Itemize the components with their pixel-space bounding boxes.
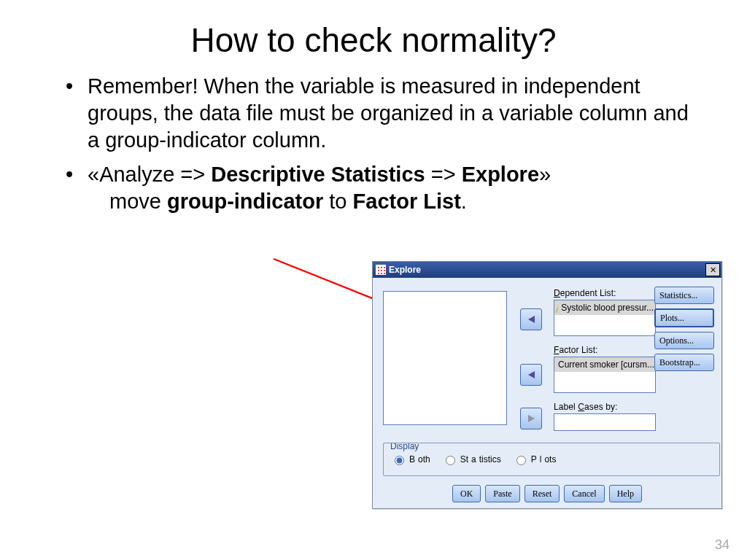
text: ootstrap... xyxy=(665,357,700,368)
text: oth xyxy=(418,454,430,464)
text: St xyxy=(460,454,468,464)
page-number: 34 xyxy=(715,537,729,553)
arrow-left-icon xyxy=(528,371,535,378)
arrow-left-icon xyxy=(528,316,535,323)
dialog-titlebar[interactable]: Explore ✕ xyxy=(373,262,721,278)
list-item-label: Systolic blood pressur... xyxy=(561,303,654,313)
text: tistics xyxy=(479,454,501,464)
u: P xyxy=(493,489,498,499)
text: eset xyxy=(538,489,552,499)
text-bold: group-indicator xyxy=(167,190,323,213)
text-bold: Descriptive Statistics xyxy=(211,163,425,186)
u: B xyxy=(659,357,665,368)
move-to-factor-button[interactable] xyxy=(520,364,542,386)
help-button[interactable]: Help xyxy=(609,485,642,502)
cancel-button[interactable]: Cancel xyxy=(564,485,604,502)
text: aste xyxy=(498,489,512,499)
close-button[interactable]: ✕ xyxy=(705,263,720,276)
move-to-dependent-button[interactable] xyxy=(520,308,542,330)
text-bold: Factor List xyxy=(353,190,461,213)
text: Plo xyxy=(660,313,672,324)
display-group: Both Statistics Plots xyxy=(383,443,720,476)
bullet-2-line2: move group-indicator to Factor List. xyxy=(88,188,703,215)
display-plots-radio[interactable]: Plots xyxy=(513,454,557,465)
label-cases-list[interactable] xyxy=(554,413,656,431)
factor-list[interactable]: Current smoker [cursm... xyxy=(554,357,656,393)
explore-dialog: Explore ✕ Dependent List: Systolic blood… xyxy=(372,261,722,509)
u: a xyxy=(471,454,476,464)
dependent-list-label: Dependent List: xyxy=(554,288,654,298)
label-cases-label: Label Cases by: xyxy=(554,402,654,412)
text: to xyxy=(323,190,352,213)
paste-button[interactable]: Paste xyxy=(485,485,519,502)
text: Label xyxy=(554,402,578,412)
list-item[interactable]: Systolic blood pressur... xyxy=(554,300,655,315)
list-item[interactable]: Current smoker [cursm... xyxy=(554,357,655,372)
text: s... xyxy=(674,313,684,324)
u: S xyxy=(659,290,665,301)
text: ptions... xyxy=(666,335,694,346)
text: => xyxy=(425,163,462,186)
slide-title: How to check normality? xyxy=(0,20,747,60)
display-statistics-radio[interactable]: Statistics xyxy=(442,454,501,465)
u: B xyxy=(409,454,415,464)
text: tatistics... xyxy=(665,290,698,301)
text: move xyxy=(109,190,167,213)
bullet-list: Remember! When the variable is measured … xyxy=(0,73,703,216)
dialog-title: Explore xyxy=(389,265,421,275)
factor-list-label: Factor List: xyxy=(554,345,654,355)
text: ots xyxy=(544,454,556,464)
scale-variable-icon xyxy=(556,303,559,313)
ok-button[interactable]: OK xyxy=(452,485,481,502)
text-bold: Explore xyxy=(462,163,539,186)
arrow-right-icon xyxy=(528,415,535,422)
text: C xyxy=(578,402,584,412)
reset-button[interactable]: Reset xyxy=(525,485,560,502)
bullet-1: Remember! When the variable is measured … xyxy=(66,73,703,154)
dialog-button-row: OK Paste Reset Cancel Help xyxy=(373,485,721,502)
text: P xyxy=(531,454,537,464)
bootstrap-button[interactable]: Bootstrap... xyxy=(654,354,714,371)
plots-button[interactable]: Plots... xyxy=(654,308,714,327)
text: . xyxy=(461,190,467,213)
display-both-radio[interactable]: Both xyxy=(391,454,430,465)
move-to-labelcases-button[interactable] xyxy=(520,408,542,429)
spss-icon xyxy=(376,265,386,275)
source-variable-list[interactable] xyxy=(383,291,507,425)
text: » xyxy=(539,163,551,186)
text: «Analyze => xyxy=(88,163,211,186)
options-button[interactable]: Options... xyxy=(654,332,714,349)
u: l xyxy=(540,454,542,464)
bullet-2: «Analyze => Descriptive Statistics => Ex… xyxy=(66,161,703,215)
list-item-label: Current smoker [cursm... xyxy=(558,359,654,370)
dependent-list[interactable]: Systolic blood pressur... xyxy=(554,300,656,336)
u: O xyxy=(659,335,666,346)
u: R xyxy=(533,489,538,499)
text: ases by: xyxy=(584,402,618,412)
statistics-button[interactable]: Statistics... xyxy=(654,287,714,304)
